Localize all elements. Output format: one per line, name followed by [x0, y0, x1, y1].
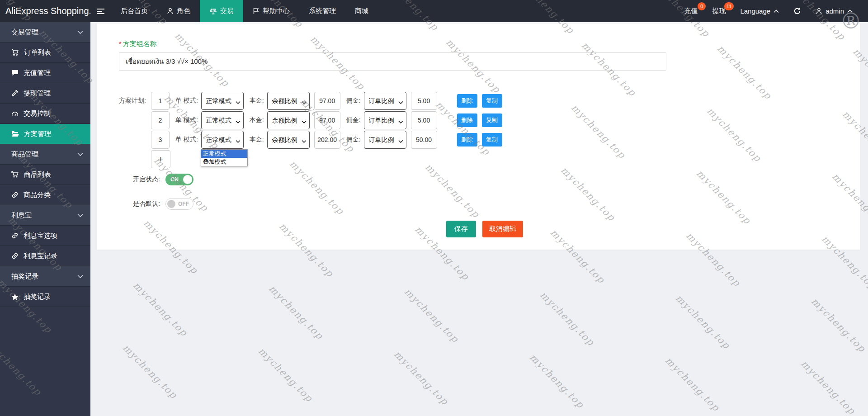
sidebar-group-interest[interactable]: 利息宝	[0, 205, 90, 226]
sidebar-group-label: 抽奖记录	[11, 272, 38, 281]
principal-input[interactable]	[314, 131, 340, 149]
delete-button[interactable]: 删除	[457, 94, 477, 108]
sidebar-item-label: 提现管理	[24, 89, 51, 98]
language-menu[interactable]: Language	[733, 0, 786, 22]
principal-label: 本金:	[250, 136, 264, 144]
topbar-right: 充值 0 提现 11 Language	[677, 0, 868, 22]
sidebar-item-goods-list[interactable]: 商品列表	[0, 165, 90, 185]
nav-item-roles[interactable]: 角色	[157, 0, 200, 22]
sidebar-item-label: 抽奖记录	[24, 293, 51, 301]
link-icon	[11, 232, 19, 239]
mode-select[interactable]: 正常模式	[201, 111, 244, 129]
plan-rows-area: 方案计划: 单 模式: 正常模式 本金: 余额比例 佣金: 订	[119, 92, 860, 168]
commission-label: 佣金:	[346, 136, 361, 144]
mode-select[interactable]: 正常模式	[201, 131, 244, 149]
sidebar-item-withdraw[interactable]: 提现管理	[0, 83, 90, 104]
plan-index-input[interactable]	[151, 92, 170, 110]
commission-type-select[interactable]: 订单比例	[364, 111, 406, 129]
commission-type-select-wrap: 订单比例	[364, 111, 406, 129]
admin-menu[interactable]: admin	[808, 0, 860, 22]
commission-input[interactable]	[411, 131, 437, 149]
chevron-up-icon	[774, 9, 779, 13]
sidebar-item-trade-control[interactable]: 交易控制	[0, 104, 90, 124]
commission-type-select[interactable]: 订单比例	[364, 131, 406, 149]
sidebar-group-trade[interactable]: 交易管理	[0, 22, 90, 43]
principal-type-select[interactable]: 余额比例	[267, 111, 310, 129]
sidebar-group-label: 利息宝	[11, 211, 32, 220]
withdraw-button[interactable]: 提现 11	[705, 0, 733, 22]
refresh-button[interactable]	[786, 0, 808, 22]
principal-input[interactable]	[314, 92, 340, 110]
sidebar-item-order-list[interactable]: 订单列表	[0, 43, 90, 63]
app-logo: AliExpress Shopping...	[0, 0, 90, 22]
mode-select[interactable]: 正常模式	[201, 92, 244, 110]
commission-type-select-wrap: 订单比例	[364, 92, 406, 110]
add-row-button[interactable]: +	[151, 150, 170, 168]
link-icon	[11, 252, 19, 260]
default-label: 是否默认:	[133, 200, 165, 208]
sidebar-group-label: 交易管理	[11, 28, 38, 37]
nav-item-label: 角色	[177, 7, 190, 15]
sidebar-item-label: 订单列表	[24, 48, 51, 57]
withdraw-badge: 11	[724, 2, 734, 10]
toggle-knob	[167, 200, 175, 208]
sidebar-item-label: 交易控制	[24, 109, 51, 118]
delete-button[interactable]: 删除	[457, 113, 477, 127]
nav-item-system[interactable]: 系统管理	[299, 0, 345, 22]
sidebar-item-label: 商品分类	[24, 191, 51, 199]
mode-select-wrap: 正常模式	[201, 111, 244, 129]
delete-button[interactable]: 删除	[457, 133, 477, 147]
plan-row-1: 方案计划: 单 模式: 正常模式 本金: 余额比例 佣金: 订	[119, 92, 860, 110]
status-label: 开启状态:	[133, 175, 165, 184]
flag-icon	[253, 8, 259, 14]
copy-button[interactable]: 复制	[482, 113, 502, 127]
nav-item-mall[interactable]: 商城	[345, 0, 378, 22]
commission-input[interactable]	[411, 111, 437, 129]
recharge-button[interactable]: 充值 0	[677, 0, 705, 22]
plan-name-label: *方案组名称	[119, 40, 860, 48]
nav-item-help[interactable]: 帮助中心	[243, 0, 299, 22]
sidebar-item-interest-options[interactable]: 利息宝选项	[0, 226, 90, 246]
nav-item-trade[interactable]: 交易	[200, 0, 243, 22]
tachometer-icon	[11, 110, 19, 117]
chevron-down-icon	[77, 213, 83, 217]
nav-item-label: 帮助中心	[263, 7, 290, 15]
principal-type-select[interactable]: 余额比例	[267, 92, 310, 110]
principal-type-select[interactable]: 余额比例	[267, 131, 310, 149]
plan-row-3: 单 模式: 正常模式 正常模式 叠加模式 本金: 余额比例	[119, 131, 860, 149]
sidebar-group-goods[interactable]: 商品管理	[0, 144, 90, 165]
toggle-knob	[183, 175, 192, 184]
save-button[interactable]: 保存	[446, 221, 476, 237]
main-content: *方案组名称 方案计划: 单 模式: 正常模式 本金: 余额比例	[90, 22, 868, 416]
principal-input[interactable]	[314, 111, 340, 129]
link-icon	[11, 191, 19, 199]
copy-button[interactable]: 复制	[482, 133, 502, 147]
default-row: 是否默认: OFF	[133, 198, 860, 210]
plan-index-input[interactable]	[151, 131, 170, 149]
principal-label: 本金:	[250, 116, 264, 124]
dropdown-option-stack[interactable]: 叠加模式	[201, 158, 247, 166]
mode-label: 单 模式:	[175, 136, 198, 144]
copy-button[interactable]: 复制	[482, 94, 502, 108]
commission-input[interactable]	[411, 92, 437, 110]
topbar: AliExpress Shopping... 后台首页 角色 交易	[0, 0, 868, 22]
dropdown-option-normal[interactable]: 正常模式	[201, 150, 247, 158]
sidebar-item-goods-category[interactable]: 商品分类	[0, 185, 90, 205]
cancel-button[interactable]: 取消编辑	[482, 221, 523, 237]
plan-row-2: 单 模式: 正常模式 本金: 余额比例 佣金: 订单比例	[119, 111, 860, 129]
default-toggle[interactable]: OFF	[165, 198, 193, 210]
plan-index-input[interactable]	[151, 111, 170, 129]
plan-name-input[interactable]	[119, 52, 666, 71]
sidebar-group-lottery[interactable]: 抽奖记录	[0, 266, 90, 287]
sidebar-item-lottery-records[interactable]: 抽奖记录	[0, 287, 90, 307]
toggle-on-text: ON	[170, 176, 179, 183]
status-toggle[interactable]: ON	[165, 174, 193, 185]
toggle-off-text: OFF	[178, 201, 189, 207]
topbar-nav: 后台首页 角色 交易 帮助中心 系统管理	[111, 0, 378, 22]
sidebar-item-interest-records[interactable]: 利息宝记录	[0, 246, 90, 266]
menu-toggle-icon[interactable]	[90, 0, 111, 22]
nav-item-home[interactable]: 后台首页	[111, 0, 157, 22]
sidebar-item-plan[interactable]: 方案管理	[0, 124, 90, 144]
sidebar-item-recharge[interactable]: 充值管理	[0, 63, 90, 83]
commission-type-select[interactable]: 订单比例	[364, 92, 406, 110]
